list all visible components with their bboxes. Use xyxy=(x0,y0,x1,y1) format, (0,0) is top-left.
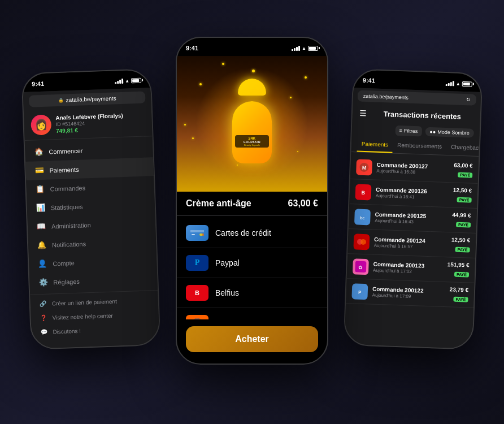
paypal-payment-label: Paypal xyxy=(215,258,240,267)
buy-button-area: Acheter xyxy=(177,319,327,364)
tx-badge-200125: PAYÉ xyxy=(456,222,471,228)
card-payment-icon xyxy=(186,225,208,241)
tx-info-200126: Commande 200126 Aujourd'hui à 16:41 xyxy=(376,187,449,201)
payments-icon: 💳 xyxy=(34,166,44,175)
svg-text:M: M xyxy=(362,165,367,170)
nav-label-reglages: Réglages xyxy=(53,278,80,285)
payment-method-ing[interactable]: 🦁 ING Home'Pay xyxy=(177,308,327,319)
right-signal-icon xyxy=(446,80,454,86)
nav-item-reglages[interactable]: ⚙️ Réglages xyxy=(29,269,158,292)
payment-method-belfius[interactable]: B Belfius xyxy=(177,278,327,308)
left-url-text: zatalia.be/payments xyxy=(66,95,116,103)
wifi-icon: ▲ xyxy=(125,78,129,83)
paypal-payment-icon: P xyxy=(186,255,208,271)
transaction-200124[interactable]: Commande 200124 Aujourd'hui à 16:57 12,5… xyxy=(347,229,476,258)
phones-container: 9:41 ▲ 🔒 xyxy=(9,8,495,416)
filter-button[interactable]: ≡ Filtres xyxy=(395,126,422,137)
svg-rect-4 xyxy=(202,233,204,236)
tx-right-200124: 12,50 € PAYÉ xyxy=(451,236,470,253)
nav-menu: 🏠 Commencer 💳 Paiements 📋 Commandes 📊 St… xyxy=(25,136,159,342)
center-phone: 9:41 ▲ xyxy=(176,37,328,365)
avatar: 👩 xyxy=(31,114,51,135)
nav-label-chat: Discutons ! xyxy=(53,328,81,335)
transaction-200122[interactable]: P Commande 200122 Aujourd'hui à 17:09 23… xyxy=(346,279,474,308)
transaction-200127[interactable]: M Commande 200127 Aujourd'hui à 16:38 63… xyxy=(350,154,479,184)
nav-label-commandes: Commandes xyxy=(50,184,85,192)
transaction-200126[interactable]: B Commande 200126 Aujourd'hui à 16:41 12… xyxy=(349,179,477,209)
right-battery-icon xyxy=(462,81,472,86)
right-url-bar[interactable]: zatalia.be/payments ↻ xyxy=(358,90,477,105)
belfius-payment-label: Belfius xyxy=(215,288,239,297)
stats-icon: 📊 xyxy=(36,204,46,213)
tx-amount-200127: 63,00 € xyxy=(454,162,473,168)
tx-right-200125: 44,99 € PAYÉ xyxy=(452,211,471,228)
nav-label-notifications: Notifications xyxy=(52,240,86,248)
tab-chargebacks[interactable]: Chargebacks xyxy=(446,140,481,157)
svg-rect-2 xyxy=(192,234,195,235)
tx-amount-200122: 23,79 € xyxy=(450,286,469,293)
payment-methods-list: Cartes de crédit P Paypal B Belfius 🦁 IN… xyxy=(177,216,327,319)
tx-badge-200126: PAYÉ xyxy=(457,197,472,203)
tx-info-200127: Commande 200127 Aujourd'hui à 16:38 xyxy=(376,162,449,176)
tab-paiements-label: Paiements xyxy=(362,141,389,148)
admin-icon: 📖 xyxy=(37,222,46,231)
right-phone: 9:41 ▲ zatalia.be/pa xyxy=(344,68,483,350)
product-price: 63,00 € xyxy=(288,198,318,209)
chat-icon: 💬 xyxy=(40,329,47,335)
tx-badge-200124: PAYÉ xyxy=(455,247,470,253)
tx-amount-200124: 12,50 € xyxy=(451,236,471,243)
svg-text:P: P xyxy=(358,289,362,295)
left-url-bar[interactable]: 🔒 zatalia.be/payments xyxy=(29,92,146,107)
tx-amount-200126: 12,50 € xyxy=(453,187,472,193)
dark-mode-button[interactable]: ●● Mode Sombre xyxy=(425,127,474,138)
notifications-icon: 🔔 xyxy=(37,241,47,250)
tab-remboursements-label: Remboursements xyxy=(397,142,442,150)
payment-method-card[interactable]: Cartes de crédit xyxy=(177,218,327,248)
tx-icon-200125: bc xyxy=(354,209,371,225)
right-phone-notch xyxy=(398,71,438,83)
filter-label: Filtres xyxy=(404,128,418,134)
nav-label-administration: Administration xyxy=(51,222,91,230)
dark-mode-label: Mode Sombre xyxy=(437,129,470,136)
right-status-icons: ▲ xyxy=(446,80,472,86)
tab-remboursements[interactable]: Remboursements xyxy=(393,138,447,155)
tx-icon-200123: ✿ xyxy=(353,258,369,275)
transaction-200125[interactable]: bc Commande 200125 Aujourd'hui à 16:43 4… xyxy=(349,204,477,233)
signal-icon xyxy=(115,78,123,84)
tx-badge-200127: PAYÉ xyxy=(458,172,472,178)
transaction-200123[interactable]: ✿ Commande 200123 Aujourd'hui à 17:02 15… xyxy=(347,254,475,283)
ing-payment-icon: 🦁 xyxy=(186,315,208,319)
refresh-icon[interactable]: ↻ xyxy=(466,97,471,102)
link-icon: 🔗 xyxy=(40,301,46,307)
center-wifi-icon: ▲ xyxy=(302,46,306,51)
tx-right-200122: 23,79 € PAYÉ xyxy=(449,286,468,303)
tx-icon-200124 xyxy=(353,233,370,250)
tx-amount-200123: 151,95 € xyxy=(447,261,469,268)
battery-icon xyxy=(131,77,141,83)
moon-icon: ●● xyxy=(429,129,436,135)
belfius-payment-icon: B xyxy=(186,285,208,301)
payment-method-paypal[interactable]: P Paypal xyxy=(177,248,327,278)
product-image-area: 24K GOLDSKIN Beauty Capsule xyxy=(177,56,327,192)
left-time: 9:41 xyxy=(32,80,44,88)
tx-right-200127: 63,00 € PAYÉ xyxy=(454,162,473,179)
nav-label-paiements: Paiements xyxy=(49,166,79,174)
tx-amount-200125: 44,99 € xyxy=(452,211,471,218)
tx-icon-200122: P xyxy=(351,283,368,300)
product-bottle: 24K GOLDSKIN Beauty Capsule xyxy=(224,79,280,169)
tx-badge-200123: PAYÉ xyxy=(454,272,469,278)
center-phone-notch xyxy=(227,38,277,50)
tx-info-200124: Commande 200124 Aujourd'hui à 16:57 xyxy=(374,236,447,250)
account-icon: 👤 xyxy=(38,259,47,269)
right-wifi-icon: ▲ xyxy=(456,81,460,86)
card-payment-label: Cartes de crédit xyxy=(215,228,271,237)
tx-right-200126: 12,50 € PAYÉ xyxy=(453,187,472,204)
tab-paiements[interactable]: Paiements xyxy=(357,136,393,153)
nav-label-commencer: Commencer xyxy=(49,147,82,155)
help-icon: ❓ xyxy=(40,315,46,321)
buy-button[interactable]: Acheter xyxy=(186,326,318,352)
left-phone-notch xyxy=(67,71,107,83)
right-url-text: zatalia.be/payments xyxy=(363,93,409,101)
center-time: 9:41 xyxy=(186,45,198,51)
hamburger-icon[interactable]: ☰ xyxy=(359,109,367,118)
